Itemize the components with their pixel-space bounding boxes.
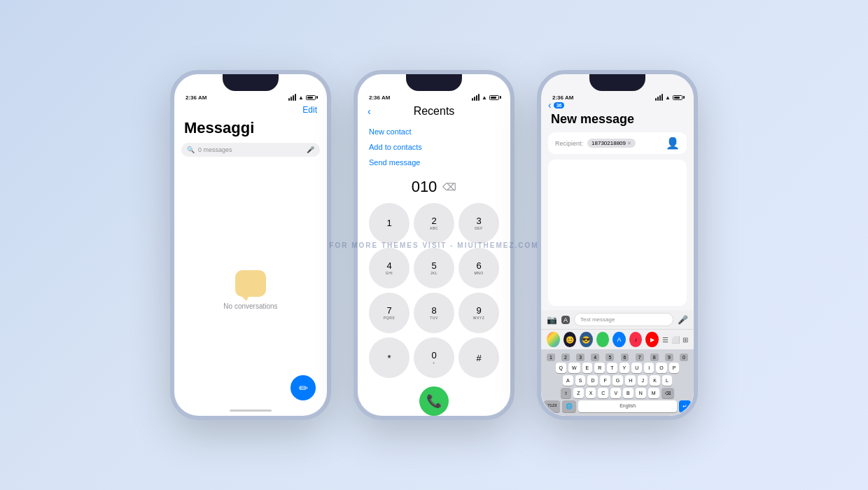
kb-s[interactable]: S [575, 375, 586, 386]
kb-k[interactable]: K [650, 375, 660, 386]
kb-v[interactable]: V [610, 388, 621, 398]
key-8[interactable]: 8TUV [414, 293, 454, 333]
kb-b[interactable]: B [623, 388, 634, 398]
search-bar[interactable]: 🔍 0 messages 🎤 [181, 143, 320, 157]
remove-recipient-icon[interactable]: ✕ [627, 141, 631, 146]
kb-x[interactable]: X [586, 388, 596, 398]
back-button-2[interactable]: ‹ [368, 106, 371, 117]
key-3[interactable]: 3DEF [458, 203, 499, 244]
space-key[interactable]: English [578, 400, 677, 412]
wifi-icon: ▲ [298, 94, 304, 101]
no-conversations-text: No conversations [223, 302, 277, 310]
grid-icon[interactable]: ⊞ [682, 336, 688, 344]
return-key[interactable]: ↵ [679, 400, 691, 412]
kb-c[interactable]: C [598, 388, 608, 398]
kb-m[interactable]: M [648, 388, 659, 398]
kb-q[interactable]: Q [556, 363, 566, 373]
memoji-icon[interactable]: 😊 [564, 332, 577, 347]
signal-icon [288, 94, 296, 101]
kb-n[interactable]: N [636, 388, 646, 398]
key-1[interactable]: 1 [369, 203, 410, 244]
message-input[interactable]: Text message [574, 313, 673, 326]
kb-7[interactable]: 7 [636, 354, 644, 361]
kb-1[interactable]: 1 [547, 354, 555, 361]
phone-2: 2:36 AM ▲ ‹ Recents New contact Add to c… [354, 70, 514, 420]
kb-w[interactable]: W [568, 363, 580, 373]
kb-d[interactable]: D [587, 375, 598, 386]
kb-h[interactable]: H [625, 375, 636, 386]
mic-icon: 🎤 [307, 146, 314, 153]
battery-icon-2 [489, 95, 499, 100]
recipient-label: Recipient: [555, 140, 583, 147]
kb-o[interactable]: O [656, 363, 666, 373]
kb-t[interactable]: T [607, 363, 617, 373]
contact-book-icon[interactable]: 👤 [666, 136, 680, 150]
edit-button[interactable]: Edit [302, 105, 317, 115]
add-contacts-btn[interactable]: Add to contacts [369, 143, 499, 151]
kb-2[interactable]: 2 [561, 354, 570, 361]
kb-r[interactable]: R [594, 363, 605, 373]
send-message-btn[interactable]: Send message [369, 158, 499, 167]
animoji-icon[interactable]: A [561, 316, 570, 324]
kb-3[interactable]: 3 [576, 354, 584, 361]
kb-a[interactable]: A [563, 375, 573, 386]
recipient-chip[interactable]: 18730218809 ✕ [587, 139, 636, 148]
chat-bubble-icon [235, 270, 266, 297]
kb-j[interactable]: J [638, 375, 648, 386]
key-9[interactable]: 9WXYZ [458, 293, 499, 333]
kb-0[interactable]: 0 [680, 354, 688, 361]
key-star[interactable]: * [369, 337, 410, 378]
youtube-icon[interactable]: ▶ [645, 332, 659, 347]
numbers-key[interactable]: ?123 [544, 400, 560, 412]
key-5[interactable]: 5JKL [414, 248, 454, 288]
key-hash[interactable]: # [458, 337, 499, 378]
kb-5[interactable]: 5 [606, 354, 614, 361]
kb-row-bottom: ?123 🌐 English ↵ [544, 400, 691, 412]
time-2: 2:36 AM [369, 94, 390, 101]
globe-key[interactable]: 🌐 [562, 400, 576, 412]
signal-icon-3 [655, 94, 663, 101]
music-icon[interactable]: ♪ [629, 332, 643, 347]
phone-1: 2:36 AM ▲ Edit Messaggi 🔍 0 messages � [170, 70, 331, 420]
camera-icon[interactable]: 📷 [547, 315, 557, 325]
kb-l[interactable]: L [662, 375, 672, 386]
delete-button[interactable]: ⌫ [442, 181, 456, 192]
audio-icon[interactable]: 🎤 [678, 315, 688, 325]
status-icons-2: ▲ [472, 94, 499, 101]
kb-y[interactable]: Y [620, 363, 630, 373]
stickers-icon[interactable]: 😎 [580, 332, 593, 347]
call-button[interactable]: 📞 [419, 386, 449, 416]
back-badge-area[interactable]: ‹ 36 [548, 99, 564, 111]
kb-9[interactable]: 9 [665, 354, 673, 361]
key-2[interactable]: 2ABC [414, 203, 454, 244]
keyboard-toggle-area: ☰ ⬜ ⊞ [662, 336, 688, 344]
battery-icon-3 [673, 95, 682, 100]
call-btn-row: 📞 [358, 381, 510, 416]
recents-menu: New contact Add to contacts Send message [358, 123, 510, 171]
key-0[interactable]: 0+ [414, 337, 454, 378]
home-indicator [230, 410, 272, 412]
kb-i[interactable]: I [644, 363, 654, 373]
kb-g[interactable]: G [612, 375, 623, 386]
kb-z[interactable]: Z [573, 388, 583, 398]
appstore-icon[interactable]: A [612, 332, 626, 347]
kb-6[interactable]: 6 [621, 354, 629, 361]
kb-e[interactable]: E [582, 363, 593, 373]
new-contact-btn[interactable]: New contact [369, 127, 499, 136]
kb-p[interactable]: P [669, 363, 680, 373]
key-6[interactable]: 6MNO [458, 248, 499, 288]
key-7[interactable]: 7PQRS [369, 293, 410, 333]
backspace-key[interactable]: ⌫ [662, 388, 674, 398]
recipient-number: 18730218809 [592, 140, 626, 146]
key-4[interactable]: 4GHI [369, 248, 410, 288]
kb-u[interactable]: U [631, 363, 642, 373]
menu-icon[interactable]: ☰ [662, 336, 668, 344]
kb-f[interactable]: F [600, 375, 610, 386]
kb-8[interactable]: 8 [650, 354, 659, 361]
keyboard-icon[interactable]: ⬜ [671, 336, 680, 344]
compose-button[interactable]: ✏ [290, 375, 316, 400]
kb-4[interactable]: 4 [591, 354, 599, 361]
messages-app-icon[interactable] [596, 332, 610, 347]
shift-key[interactable]: ⇧ [561, 388, 571, 398]
photos-icon[interactable] [547, 332, 560, 347]
